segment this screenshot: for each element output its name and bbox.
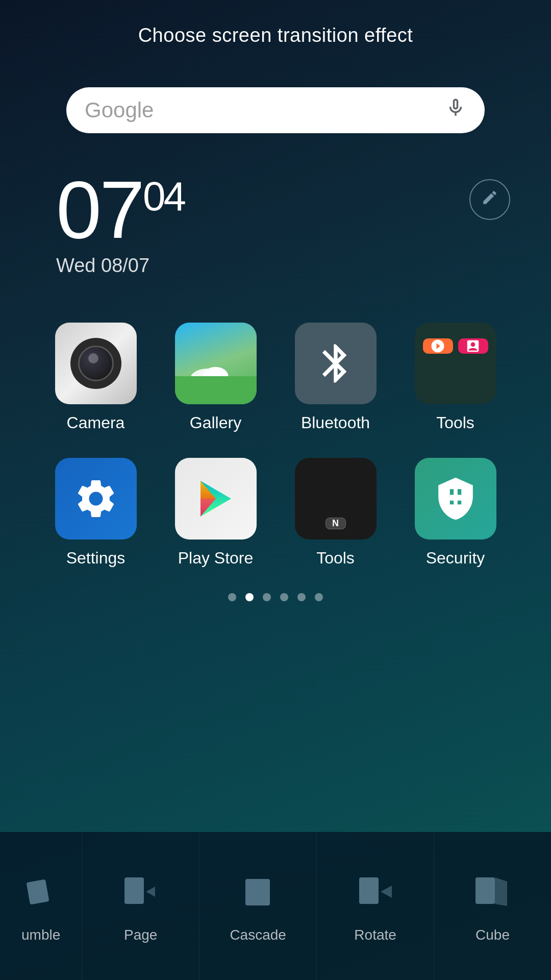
app-settings-label: Settings (66, 549, 126, 568)
transition-tumble[interactable]: umble (0, 832, 82, 980)
dot-0[interactable] (228, 593, 236, 601)
app-play-store[interactable]: Play Store (161, 458, 270, 568)
svg-marker-11 (381, 886, 392, 898)
apps-grid: Camera Gallery Bluetooth (0, 323, 551, 568)
transition-page[interactable]: Page (82, 832, 199, 980)
dot-4[interactable] (297, 593, 306, 601)
app-tools[interactable]: N Tools (281, 458, 390, 568)
app-bluetooth[interactable]: Bluetooth (281, 323, 390, 432)
transitions-bar: umble Page Cascade Rotate (0, 832, 551, 980)
svg-rect-6 (27, 879, 49, 904)
tumble-icon (26, 869, 56, 915)
app-play-store-label: Play Store (178, 549, 254, 568)
cube-label: Cube (475, 927, 510, 943)
app-security-label: Security (426, 549, 485, 568)
app-camera-label: Camera (67, 413, 125, 432)
dot-5[interactable] (315, 593, 323, 601)
mic-icon[interactable] (445, 97, 466, 124)
edit-button[interactable] (469, 179, 510, 220)
svg-rect-7 (124, 877, 144, 904)
screen-title: Choose screen transition effect (0, 0, 551, 46)
search-bar[interactable]: Google (66, 87, 485, 133)
dot-2[interactable] (263, 593, 271, 601)
page-label: Page (124, 927, 157, 943)
transition-rotate[interactable]: Rotate (317, 832, 434, 980)
app-tools-folder-label: Tools (436, 413, 474, 432)
app-settings[interactable]: Settings (41, 458, 151, 568)
cascade-label: Cascade (230, 927, 286, 943)
app-bluetooth-label: Bluetooth (301, 413, 370, 432)
page-icon (118, 869, 164, 915)
cube-icon (470, 869, 516, 915)
app-tools-label: Tools (316, 549, 355, 568)
app-gallery[interactable]: Gallery (161, 323, 270, 432)
search-bar-container: Google (66, 87, 485, 133)
svg-rect-9 (245, 879, 270, 905)
search-placeholder: Google (85, 98, 154, 122)
transition-cube[interactable]: Cube (434, 832, 551, 980)
clock-date: Wed 08/07 (56, 255, 551, 277)
svg-rect-10 (359, 877, 379, 904)
svg-marker-8 (146, 887, 155, 897)
clock-section: 0704 Wed 08/07 (0, 169, 551, 277)
dot-1[interactable] (245, 593, 254, 601)
page-indicators (0, 593, 551, 601)
svg-marker-13 (495, 877, 507, 906)
app-tools-folder[interactable]: Tools (400, 323, 510, 432)
dot-3[interactable] (280, 593, 288, 601)
app-camera[interactable]: Camera (41, 323, 151, 432)
cascade-icon (235, 869, 281, 915)
rotate-label: Rotate (354, 927, 396, 943)
transition-cascade[interactable]: Cascade (199, 832, 317, 980)
svg-rect-12 (475, 877, 495, 904)
edit-icon (481, 189, 498, 210)
rotate-icon (353, 869, 398, 915)
app-gallery-label: Gallery (190, 413, 241, 432)
app-security[interactable]: Security (400, 458, 510, 568)
tumble-label: umble (21, 927, 60, 943)
